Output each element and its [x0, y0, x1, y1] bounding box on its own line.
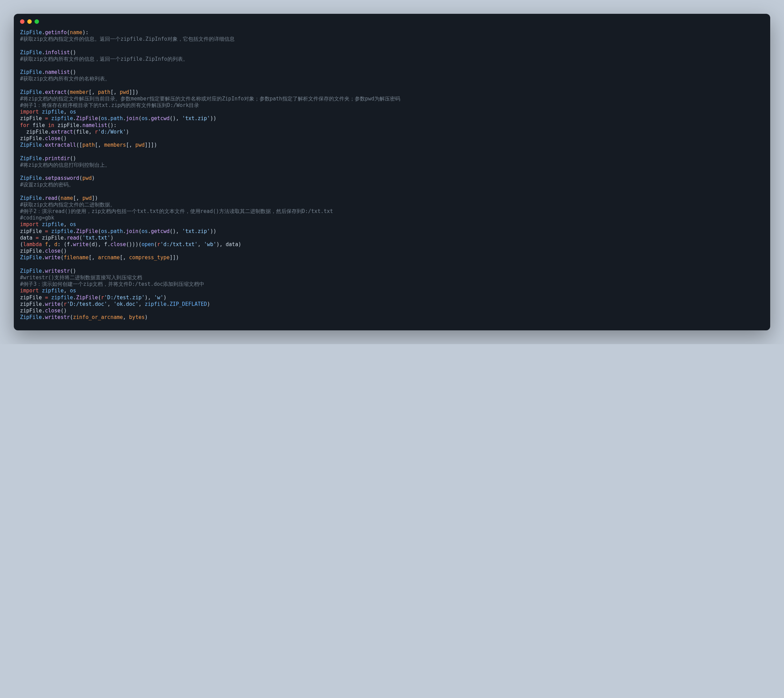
code-line: ZipFile.namelist() — [20, 69, 764, 76]
code-token: ZipFile — [76, 115, 98, 122]
code-token: ZipFile — [20, 175, 42, 181]
code-token: arcname — [98, 254, 120, 261]
code-token: path — [110, 115, 123, 122]
code-token: join — [126, 115, 138, 122]
code-token: extract — [45, 89, 67, 95]
code-token: ZipFile — [20, 142, 42, 148]
code-line: ZipFile.getinfo(name): — [20, 29, 764, 36]
code-token: [, — [89, 89, 98, 95]
code-line: #例子1：将保存在程序根目录下的txt.zip内的所有文件解压到D:/Work目… — [20, 102, 764, 109]
code-token: ) — [92, 175, 95, 181]
code-token: zipfile — [51, 228, 73, 234]
code-token: f — [45, 241, 48, 248]
code-token: members — [104, 142, 126, 148]
code-token: () — [60, 308, 67, 314]
code-token: ZipFile — [76, 294, 98, 301]
code-token: zipFile — [20, 248, 42, 254]
close-icon[interactable] — [20, 19, 25, 24]
code-line: #writestr()支持将二进制数据直接写入到压缩文档 — [20, 274, 764, 281]
code-token: . — [42, 314, 45, 320]
code-token: [, — [110, 89, 120, 95]
code-line: import zipfile, os — [20, 221, 764, 228]
code-token: os — [142, 228, 148, 234]
code-line: ZipFile.extract(member[, path[, pwd]]) — [20, 89, 764, 96]
code-line: zipFile = zipfile.ZipFile(r'D:/test.zip'… — [20, 294, 764, 301]
code-token: , — [107, 301, 114, 307]
code-token: zipfile — [51, 115, 73, 122]
code-token: ]]) — [170, 254, 179, 261]
code-line: zipFile.close() — [20, 135, 764, 142]
code-token: writestr — [45, 314, 70, 320]
code-line: ZipFile.printdir() — [20, 155, 764, 162]
code-line: #设置zip文档的密码。 — [20, 182, 764, 188]
code-token: #获取zip文档内指定文件的信息。返回一个zipfile.ZipInfo对象，它… — [20, 36, 235, 42]
code-token: () — [70, 155, 76, 162]
code-line — [20, 261, 764, 268]
code-token: os — [70, 109, 76, 115]
code-token — [39, 221, 42, 228]
code-token — [48, 115, 51, 122]
code-token: [, — [73, 195, 82, 201]
code-token: ( — [98, 228, 101, 234]
code-token: #获取zip文档内所有文件的信息，返回一个zipfile.ZipInfo的列表。 — [20, 56, 188, 62]
code-token: ) — [145, 314, 148, 320]
code-token: . — [148, 228, 151, 234]
code-token: member — [70, 89, 89, 95]
code-line — [20, 149, 764, 155]
maximize-icon[interactable] — [35, 19, 39, 24]
code-token: namelist — [45, 69, 70, 75]
code-token: #获取zip文档内指定文件的二进制数据。 — [20, 201, 115, 208]
code-token: ]]) — [129, 89, 138, 95]
code-token: pwd — [120, 89, 129, 95]
code-content: ZipFile.getinfo(name):#获取zip文档内指定文件的信息。返… — [14, 26, 770, 330]
code-token: ), — [95, 241, 104, 248]
code-token: getcwd — [151, 228, 170, 234]
code-token: os — [70, 287, 76, 294]
code-token: #例子1：将保存在程序根目录下的txt.zip内的所有文件解压到D:/Work目… — [20, 102, 199, 108]
code-line — [20, 63, 764, 69]
code-token: ) — [110, 235, 114, 241]
code-token: . — [42, 50, 45, 56]
code-token: = — [45, 115, 48, 122]
code-token: ZipFile — [20, 89, 42, 95]
code-line: #获取zip文档内所有文件的信息，返回一个zipfile.ZipInfo的列表。 — [20, 56, 764, 63]
code-token: in — [48, 122, 54, 129]
code-token: #例子3：演示如何创建一个zip文档，并将文件D:/test.doc添加到压缩文… — [20, 281, 204, 287]
code-line: ZipFile.read(name[, pwd]) — [20, 195, 764, 201]
code-line: ZipFile.infolist() — [20, 50, 764, 56]
code-token: close — [45, 248, 60, 254]
code-token: . — [166, 301, 170, 307]
code-token: . — [123, 115, 126, 122]
code-token: . — [42, 254, 45, 261]
code-token: () — [60, 248, 67, 254]
code-token: zipFile — [20, 301, 42, 307]
code-token: write — [45, 301, 60, 307]
code-token — [42, 115, 45, 122]
code-line: data = zipFile.read('txt.txt') — [20, 235, 764, 241]
code-token: data — [226, 241, 238, 248]
minimize-icon[interactable] — [27, 19, 32, 24]
code-token: file — [76, 129, 89, 135]
code-token: . — [73, 115, 76, 122]
code-token: , — [64, 287, 70, 294]
code-token: ( — [89, 241, 92, 248]
code-token: . — [42, 135, 45, 142]
code-token — [45, 122, 48, 129]
code-line: #例子2：演示read()的使用，zip文档内包括一个txt.txt的文本文件，… — [20, 208, 764, 215]
code-token: )) — [210, 115, 216, 122]
code-token: zipfile — [42, 109, 64, 115]
code-token: () — [70, 50, 76, 56]
code-token: = — [36, 235, 39, 241]
code-token: zipFile — [42, 235, 64, 241]
code-line: import zipfile, os — [20, 287, 764, 294]
code-token: ZipFile — [20, 69, 42, 75]
code-token: pwd — [135, 142, 145, 148]
code-token: open — [142, 241, 154, 248]
code-token: zipFile — [20, 115, 42, 122]
code-token: getinfo — [45, 29, 67, 36]
code-token: [, — [95, 142, 104, 148]
code-token: zipFile — [20, 135, 42, 142]
code-token: os — [70, 221, 76, 228]
code-line: ZipFile.writestr(zinfo_or_arcname, bytes… — [20, 314, 764, 321]
code-token: read — [45, 195, 57, 201]
